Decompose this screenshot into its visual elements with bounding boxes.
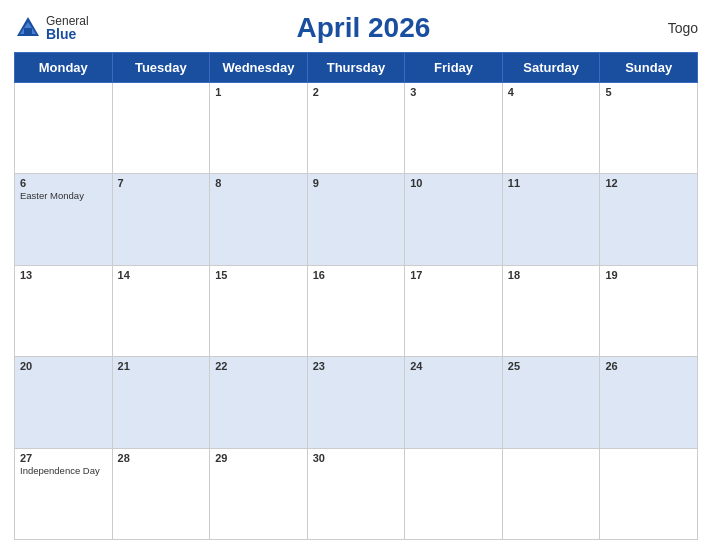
day-cell: 4 (502, 83, 600, 174)
day-cell: 19 (600, 265, 698, 356)
calendar-table: MondayTuesdayWednesdayThursdayFridaySatu… (14, 52, 698, 540)
day-number: 4 (508, 86, 595, 98)
weekday-header-row: MondayTuesdayWednesdayThursdayFridaySatu… (15, 53, 698, 83)
event-label: Independence Day (20, 465, 107, 476)
day-cell: 14 (112, 265, 210, 356)
week-row-3: 13141516171819 (15, 265, 698, 356)
event-label: Easter Monday (20, 190, 107, 201)
day-number: 17 (410, 269, 497, 281)
day-cell: 13 (15, 265, 113, 356)
weekday-header-friday: Friday (405, 53, 503, 83)
day-number: 12 (605, 177, 692, 189)
day-cell: 8 (210, 174, 308, 265)
day-cell: 6Easter Monday (15, 174, 113, 265)
day-number: 7 (118, 177, 205, 189)
week-row-5: 27Independence Day282930 (15, 448, 698, 539)
day-number: 23 (313, 360, 400, 372)
week-row-2: 6Easter Monday789101112 (15, 174, 698, 265)
day-number: 13 (20, 269, 107, 281)
day-cell: 3 (405, 83, 503, 174)
day-number: 18 (508, 269, 595, 281)
day-number: 11 (508, 177, 595, 189)
logo-icon (14, 14, 42, 42)
day-cell: 1 (210, 83, 308, 174)
day-cell: 20 (15, 357, 113, 448)
day-cell: 23 (307, 357, 405, 448)
day-cell: 10 (405, 174, 503, 265)
day-cell: 16 (307, 265, 405, 356)
calendar-title: April 2026 (89, 12, 638, 44)
day-cell: 9 (307, 174, 405, 265)
day-cell (502, 448, 600, 539)
day-number: 24 (410, 360, 497, 372)
day-cell (405, 448, 503, 539)
weekday-header-thursday: Thursday (307, 53, 405, 83)
day-number: 19 (605, 269, 692, 281)
country-label: Togo (638, 20, 698, 36)
day-cell: 22 (210, 357, 308, 448)
day-number: 30 (313, 452, 400, 464)
day-cell: 21 (112, 357, 210, 448)
day-cell: 11 (502, 174, 600, 265)
day-cell: 29 (210, 448, 308, 539)
svg-rect-3 (24, 28, 32, 36)
week-row-1: 12345 (15, 83, 698, 174)
weekday-header-saturday: Saturday (502, 53, 600, 83)
day-number: 9 (313, 177, 400, 189)
day-number: 26 (605, 360, 692, 372)
day-cell: 24 (405, 357, 503, 448)
day-number: 3 (410, 86, 497, 98)
day-cell: 28 (112, 448, 210, 539)
logo: General Blue (14, 14, 89, 42)
day-number: 16 (313, 269, 400, 281)
day-cell: 17 (405, 265, 503, 356)
day-number: 5 (605, 86, 692, 98)
day-number: 6 (20, 177, 107, 189)
day-cell: 25 (502, 357, 600, 448)
day-number: 20 (20, 360, 107, 372)
day-number: 8 (215, 177, 302, 189)
day-cell: 12 (600, 174, 698, 265)
day-cell: 27Independence Day (15, 448, 113, 539)
day-number: 27 (20, 452, 107, 464)
day-number: 1 (215, 86, 302, 98)
day-cell (600, 448, 698, 539)
day-number: 29 (215, 452, 302, 464)
weekday-header-sunday: Sunday (600, 53, 698, 83)
header: General Blue April 2026 Togo (14, 10, 698, 46)
day-number: 22 (215, 360, 302, 372)
week-row-4: 20212223242526 (15, 357, 698, 448)
weekday-header-wednesday: Wednesday (210, 53, 308, 83)
day-number: 28 (118, 452, 205, 464)
day-cell: 2 (307, 83, 405, 174)
day-number: 10 (410, 177, 497, 189)
day-number: 21 (118, 360, 205, 372)
day-number: 15 (215, 269, 302, 281)
logo-blue-label: Blue (46, 27, 89, 41)
day-number: 2 (313, 86, 400, 98)
day-cell: 26 (600, 357, 698, 448)
day-cell: 5 (600, 83, 698, 174)
day-cell: 7 (112, 174, 210, 265)
logo-text: General Blue (46, 15, 89, 41)
day-number: 25 (508, 360, 595, 372)
weekday-header-tuesday: Tuesday (112, 53, 210, 83)
day-cell: 15 (210, 265, 308, 356)
day-cell (15, 83, 113, 174)
calendar-page: General Blue April 2026 Togo MondayTuesd… (0, 0, 712, 550)
day-cell: 30 (307, 448, 405, 539)
day-cell (112, 83, 210, 174)
weekday-header-monday: Monday (15, 53, 113, 83)
day-cell: 18 (502, 265, 600, 356)
day-number: 14 (118, 269, 205, 281)
